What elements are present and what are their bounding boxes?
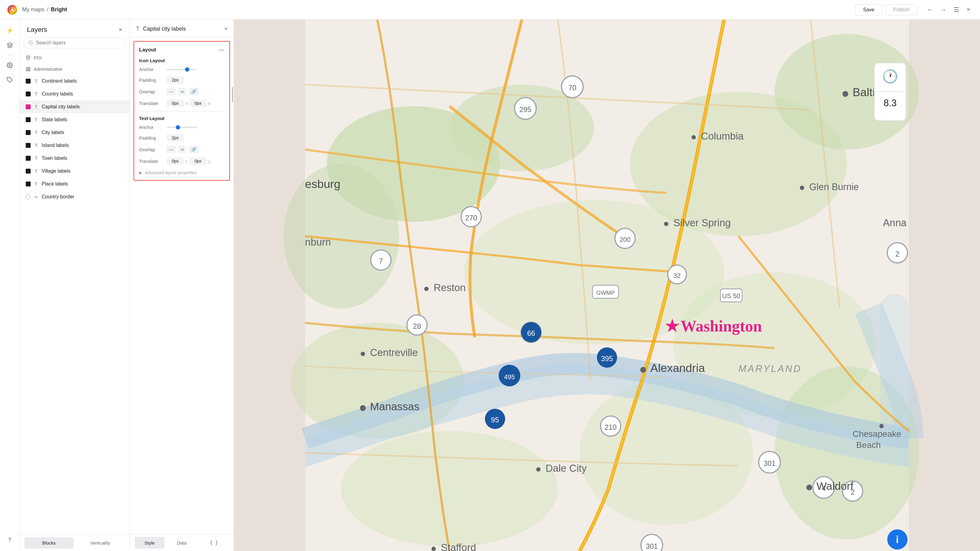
layer-item-city[interactable]: T City labels bbox=[20, 126, 130, 139]
layer-type-icon-city: T bbox=[34, 130, 38, 135]
layer-item-continent[interactable]: T Continent labels bbox=[20, 75, 130, 87]
layer-type-icon-town: T bbox=[34, 156, 38, 161]
scrollbar[interactable] bbox=[232, 87, 233, 102]
layer-color-island bbox=[26, 143, 30, 148]
breadcrumb-current: Bright bbox=[51, 6, 67, 13]
layer-item-country[interactable]: T Country labels bbox=[20, 87, 130, 100]
icon-rail: ⚡ ? bbox=[0, 20, 20, 275]
props-header: T Capital city labels × bbox=[130, 20, 234, 37]
text-overlap-dash-button[interactable]: — bbox=[167, 146, 176, 153]
icon-overlap-infinity-button[interactable]: ∞ bbox=[178, 88, 186, 95]
breadcrumb-link[interactable]: My maps bbox=[22, 6, 45, 13]
layer-item-place[interactable]: T Place labels bbox=[20, 178, 130, 191]
properties-panel: T Capital city labels × Layout — Icon La… bbox=[130, 20, 234, 275]
icon-translate-x-input[interactable] bbox=[167, 100, 184, 107]
text-anchor-label: Anchor bbox=[139, 125, 167, 130]
icon-anchor-thumb[interactable] bbox=[185, 67, 189, 71]
section-title: Layout bbox=[139, 47, 156, 53]
text-translate-y-input[interactable] bbox=[189, 157, 207, 165]
svg-rect-9 bbox=[29, 70, 30, 71]
poi-group-header: POI bbox=[20, 52, 130, 64]
text-translate-x-label: x bbox=[186, 159, 188, 164]
icon-translate-y-input[interactable] bbox=[189, 100, 207, 107]
layer-color-country bbox=[26, 92, 30, 97]
map-area: 70 295 270 7 200 32 US 50 28 66 395 495 … bbox=[234, 20, 490, 275]
layer-type-icon-village: T bbox=[34, 169, 38, 173]
props-content: Layout — Icon Layout Anchor Padding bbox=[130, 37, 234, 275]
section-collapse-button[interactable]: — bbox=[219, 46, 224, 53]
text-anchor-value bbox=[167, 127, 224, 128]
svg-rect-8 bbox=[29, 67, 30, 69]
search-input[interactable] bbox=[36, 40, 121, 46]
props-title-icon: T bbox=[136, 26, 139, 32]
props-title: Capital city labels bbox=[143, 26, 186, 32]
poi-icon bbox=[26, 56, 30, 60]
text-translate-y-label: y bbox=[208, 159, 211, 164]
text-translate-label: Translate bbox=[139, 159, 167, 164]
svg-text:nburn: nburn bbox=[305, 236, 331, 248]
icon-padding-input[interactable] bbox=[167, 76, 184, 84]
topbar: My maps / Bright Save Publish ← → ☰ × bbox=[0, 0, 490, 20]
layer-type-icon-place: T bbox=[34, 181, 38, 186]
rail-settings-icon[interactable] bbox=[4, 59, 16, 71]
layer-color-border bbox=[26, 194, 30, 199]
icon-translate-value: x y bbox=[167, 100, 224, 107]
text-overlap-link-button[interactable]: 🔗 bbox=[189, 146, 199, 153]
icon-layout-subtitle: Icon Layout bbox=[139, 58, 224, 63]
text-anchor-thumb[interactable] bbox=[176, 125, 180, 130]
layer-item-village[interactable]: T Village labels bbox=[20, 165, 130, 178]
layer-item-border[interactable]: ∿ Country border bbox=[20, 191, 130, 203]
svg-rect-7 bbox=[26, 67, 28, 69]
layer-type-icon-capital: T bbox=[34, 105, 38, 109]
rail-lightning-icon[interactable]: ⚡ bbox=[4, 24, 16, 37]
svg-rect-10 bbox=[26, 70, 28, 71]
advanced-layout-row[interactable]: ▶ Advanced layout properties bbox=[139, 169, 224, 175]
text-padding-input[interactable] bbox=[167, 134, 184, 141]
rail-divider bbox=[5, 55, 15, 56]
svg-text:270: 270 bbox=[465, 214, 477, 222]
icon-padding-value bbox=[167, 76, 224, 84]
text-anchor-row: Anchor bbox=[139, 125, 224, 130]
rail-puzzle-icon[interactable] bbox=[4, 74, 16, 86]
svg-line-5 bbox=[32, 44, 33, 45]
layers-header: Layers × bbox=[20, 20, 130, 37]
admin-group-header: Administrative bbox=[20, 64, 130, 75]
layer-type-icon-border: ∿ bbox=[34, 194, 38, 199]
layout-divider bbox=[139, 111, 224, 111]
layer-color-town bbox=[26, 156, 30, 161]
icon-overlap-dash-button[interactable]: — bbox=[167, 88, 176, 95]
layer-type-icon-state: T bbox=[34, 117, 38, 122]
layer-item-state[interactable]: T State labels bbox=[20, 113, 130, 126]
layer-name-border: Country border bbox=[41, 194, 75, 200]
icon-anchor-label: Anchor bbox=[139, 67, 167, 72]
text-overlap-row: Overlap — ∞ 🔗 bbox=[139, 146, 224, 153]
layer-item-island[interactable]: T Island labels bbox=[20, 139, 130, 152]
layer-name-capital: Capital city labels bbox=[41, 104, 80, 110]
layer-item-town[interactable]: T Town labels bbox=[20, 152, 130, 165]
icon-overlap-link-button[interactable]: 🔗 bbox=[189, 88, 199, 95]
layer-color-city bbox=[26, 130, 30, 135]
admin-icon bbox=[26, 67, 30, 71]
props-close-button[interactable]: × bbox=[224, 26, 228, 32]
text-translate-x-input[interactable] bbox=[167, 157, 184, 165]
breadcrumb: My maps / Bright bbox=[22, 6, 490, 13]
layer-color-place bbox=[26, 181, 30, 186]
icon-anchor-slider[interactable] bbox=[167, 69, 197, 70]
icon-overlap-value: — ∞ 🔗 bbox=[167, 88, 224, 95]
text-anchor-slider[interactable] bbox=[167, 127, 197, 128]
layer-color-state bbox=[26, 117, 30, 122]
layers-panel: Layers × POI Administrative T Con bbox=[20, 20, 130, 275]
icon-anchor-row: Anchor bbox=[139, 67, 224, 72]
rail-layers-icon[interactable] bbox=[4, 39, 16, 51]
advanced-icon: ▶ bbox=[139, 170, 142, 175]
layer-type-icon-island: T bbox=[34, 143, 38, 148]
layers-title: Layers bbox=[27, 26, 47, 34]
layers-close-button[interactable]: × bbox=[119, 26, 122, 33]
text-overlap-infinity-button[interactable]: ∞ bbox=[178, 146, 186, 153]
layer-type-icon-continent: T bbox=[34, 79, 38, 84]
layer-name-state: State labels bbox=[41, 117, 67, 122]
text-padding-row: Padding bbox=[139, 134, 224, 141]
app-logo bbox=[7, 5, 17, 15]
layer-item-capital[interactable]: T Capital city labels bbox=[20, 100, 130, 113]
icon-translate-label: Translate bbox=[139, 101, 167, 106]
